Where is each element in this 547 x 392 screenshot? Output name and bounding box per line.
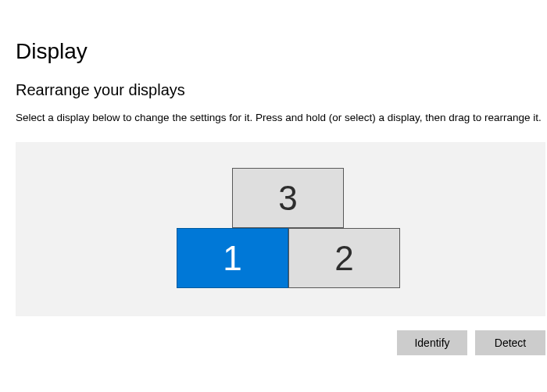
detect-button[interactable]: Detect (475, 330, 545, 355)
display-arrangement-area[interactable]: 3 1 2 (16, 142, 545, 316)
page-title: Display (16, 39, 547, 64)
monitor-3[interactable]: 3 (232, 168, 344, 228)
monitor-2[interactable]: 2 (288, 228, 400, 288)
identify-button[interactable]: Identify (397, 330, 467, 355)
section-heading: Rearrange your displays (16, 81, 547, 99)
button-row: Identify Detect (16, 330, 545, 355)
monitor-1[interactable]: 1 (177, 228, 288, 288)
description-text: Select a display below to change the set… (16, 112, 547, 123)
